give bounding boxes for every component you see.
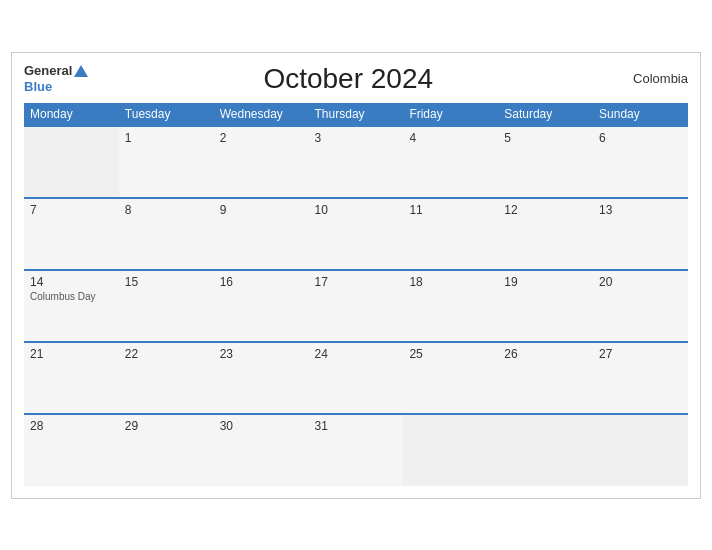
day-number: 6 [599,131,682,145]
calendar-week-row: 78910111213 [24,198,688,270]
day-number: 2 [220,131,303,145]
day-number: 30 [220,419,303,433]
day-number: 24 [315,347,398,361]
day-number: 11 [409,203,492,217]
weekday-header-wednesday: Wednesday [214,103,309,126]
calendar-day-cell: 7 [24,198,119,270]
calendar-day-cell: 27 [593,342,688,414]
calendar-day-cell: 20 [593,270,688,342]
day-number: 9 [220,203,303,217]
calendar-day-cell: 6 [593,126,688,198]
calendar-day-cell: 5 [498,126,593,198]
day-number: 14 [30,275,113,289]
weekday-header-saturday: Saturday [498,103,593,126]
day-number: 27 [599,347,682,361]
calendar-grid: MondayTuesdayWednesdayThursdayFridaySatu… [24,103,688,486]
calendar-day-cell: 14Columbus Day [24,270,119,342]
day-number: 15 [125,275,208,289]
day-number: 23 [220,347,303,361]
day-number: 10 [315,203,398,217]
weekday-header-row: MondayTuesdayWednesdayThursdayFridaySatu… [24,103,688,126]
calendar-day-cell: 12 [498,198,593,270]
calendar-day-cell: 13 [593,198,688,270]
day-number: 16 [220,275,303,289]
weekday-header-friday: Friday [403,103,498,126]
calendar-day-cell: 9 [214,198,309,270]
calendar-day-cell: 29 [119,414,214,486]
calendar-day-cell: 3 [309,126,404,198]
holiday-label: Columbus Day [30,291,113,302]
weekday-header-tuesday: Tuesday [119,103,214,126]
day-number: 26 [504,347,587,361]
day-number: 17 [315,275,398,289]
calendar-container: General Blue October 2024 Colombia Monda… [11,52,701,499]
calendar-day-cell: 28 [24,414,119,486]
calendar-week-row: 28293031 [24,414,688,486]
day-number: 3 [315,131,398,145]
day-number: 21 [30,347,113,361]
calendar-day-cell: 19 [498,270,593,342]
calendar-day-cell [593,414,688,486]
calendar-day-cell: 25 [403,342,498,414]
calendar-day-cell [498,414,593,486]
calendar-week-row: 123456 [24,126,688,198]
calendar-header: General Blue October 2024 Colombia [24,63,688,95]
calendar-day-cell [403,414,498,486]
day-number: 31 [315,419,398,433]
day-number: 13 [599,203,682,217]
calendar-day-cell: 4 [403,126,498,198]
calendar-week-row: 14Columbus Day151617181920 [24,270,688,342]
calendar-day-cell [24,126,119,198]
calendar-day-cell: 18 [403,270,498,342]
day-number: 7 [30,203,113,217]
calendar-day-cell: 15 [119,270,214,342]
logo: General Blue [24,63,88,94]
calendar-day-cell: 16 [214,270,309,342]
calendar-day-cell: 11 [403,198,498,270]
month-title: October 2024 [88,63,608,95]
calendar-day-cell: 23 [214,342,309,414]
logo-blue: Blue [24,79,88,95]
weekday-header-sunday: Sunday [593,103,688,126]
calendar-day-cell: 22 [119,342,214,414]
calendar-day-cell: 26 [498,342,593,414]
day-number: 4 [409,131,492,145]
day-number: 1 [125,131,208,145]
calendar-day-cell: 21 [24,342,119,414]
logo-triangle-icon [74,65,88,77]
calendar-day-cell: 8 [119,198,214,270]
calendar-week-row: 21222324252627 [24,342,688,414]
calendar-day-cell: 1 [119,126,214,198]
calendar-day-cell: 31 [309,414,404,486]
day-number: 12 [504,203,587,217]
day-number: 29 [125,419,208,433]
weekday-header-thursday: Thursday [309,103,404,126]
day-number: 28 [30,419,113,433]
day-number: 22 [125,347,208,361]
country-label: Colombia [608,71,688,86]
logo-general: General [24,63,72,79]
calendar-day-cell: 10 [309,198,404,270]
calendar-day-cell: 17 [309,270,404,342]
calendar-day-cell: 2 [214,126,309,198]
calendar-day-cell: 30 [214,414,309,486]
day-number: 18 [409,275,492,289]
day-number: 20 [599,275,682,289]
day-number: 8 [125,203,208,217]
day-number: 25 [409,347,492,361]
calendar-day-cell: 24 [309,342,404,414]
day-number: 19 [504,275,587,289]
day-number: 5 [504,131,587,145]
weekday-header-monday: Monday [24,103,119,126]
